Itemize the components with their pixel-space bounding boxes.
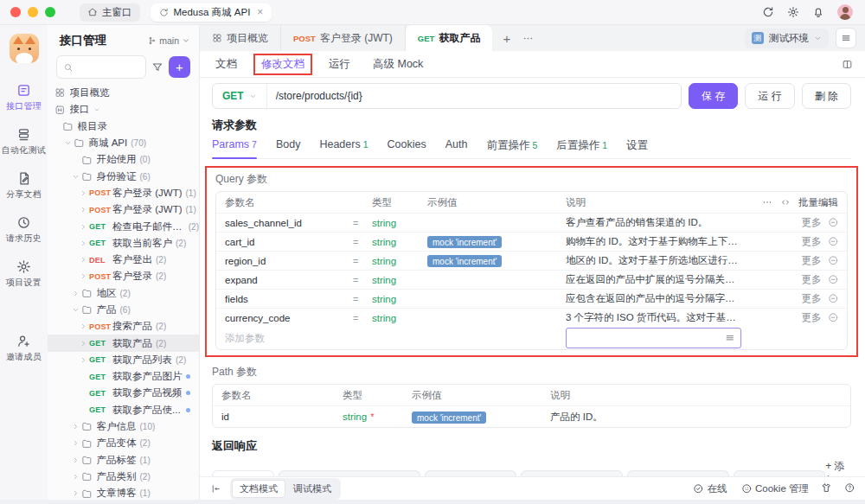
remove-param-icon[interactable]	[828, 312, 839, 323]
remove-param-icon[interactable]	[828, 255, 839, 266]
response-tab[interactable]: 客户端错误或多个错误(400)	[279, 470, 420, 476]
panel-toggle-icon[interactable]	[842, 59, 853, 70]
new-tab-button[interactable]: +	[492, 31, 521, 46]
tree-item[interactable]: POST搜索产品(2)	[48, 318, 199, 335]
param-tab-Auth[interactable]: Auth	[445, 138, 468, 153]
doc-tab-项目概览[interactable]: 项目概览	[200, 25, 281, 51]
response-tab[interactable]: 未找到错误(404)	[425, 470, 516, 476]
help-button[interactable]	[844, 481, 855, 496]
tree-item[interactable]: GET获取参产品视频	[48, 385, 199, 401]
more-button[interactable]: 更多	[802, 216, 822, 229]
remove-param-icon[interactable]	[828, 217, 839, 228]
param-tab-Params[interactable]: Params7	[212, 138, 257, 153]
more-button[interactable]: 更多	[802, 292, 822, 305]
subtab-文档[interactable]: 文档	[215, 57, 237, 72]
param-tab-后置操作[interactable]: 后置操作1	[556, 138, 607, 153]
tree-item[interactable]: GET检查电子邮件是...(2)	[48, 218, 199, 234]
url-input[interactable]	[267, 84, 681, 108]
param-tab-设置[interactable]: 设置	[626, 138, 648, 153]
remove-param-icon[interactable]	[828, 274, 839, 285]
tree-item[interactable]: 产品类别(2)	[48, 469, 199, 485]
debug-mode-button[interactable]: 调试模式	[285, 480, 339, 498]
tree-item[interactable]: POST客户登录(2)	[48, 268, 199, 284]
tree-item[interactable]: 商城 API(70)	[48, 135, 199, 151]
doc-tab-获取产品[interactable]: GET获取产品	[406, 25, 493, 51]
minimize-window-button[interactable]	[28, 7, 38, 17]
tree-item[interactable]: DEL客户登出(2)	[48, 252, 199, 268]
tree-item[interactable]: 地区(2)	[48, 285, 199, 302]
tree-item[interactable]: 客户信息(10)	[48, 418, 199, 435]
bulk-edit-button[interactable]: 批量编辑	[798, 196, 838, 209]
more-button[interactable]: 更多	[802, 273, 822, 286]
sync-icon[interactable]	[762, 6, 774, 18]
cookie-manage-button[interactable]: Cookie 管理	[741, 482, 810, 495]
tree-item[interactable]: GET获取当前客户(2)	[48, 235, 199, 252]
more-options-icon[interactable]	[762, 197, 772, 207]
close-tab-icon[interactable]: ×	[257, 6, 263, 18]
collapse-sidebar-icon[interactable]	[210, 483, 221, 494]
project-logo[interactable]	[10, 34, 39, 63]
response-tab[interactable]: 无效请求错误(422)	[627, 470, 729, 476]
tree-item[interactable]: 身份验证(6)	[48, 168, 199, 184]
rail-item-request-history[interactable]: 请求历史	[2, 215, 47, 245]
tree-item[interactable]: POST客户登录 (JWT)(1)	[48, 185, 199, 201]
tree-item[interactable]: 开始使用(0)	[48, 151, 199, 168]
param-tab-Body[interactable]: Body	[276, 138, 301, 153]
add-response-button[interactable]: + 添加	[825, 459, 851, 476]
tree-item[interactable]: GET获取产品(2)	[48, 335, 199, 351]
param-tab-Cookies[interactable]: Cookies	[388, 138, 426, 153]
code-view-icon[interactable]	[780, 197, 791, 207]
main-window-button[interactable]: 主窗口	[80, 3, 140, 22]
tree-item[interactable]: 文章博客(1)	[48, 485, 199, 500]
save-button[interactable]: 保 存	[689, 83, 738, 109]
rail-item-invite-members[interactable]: 邀请成员	[2, 334, 47, 363]
user-avatar[interactable]	[837, 4, 853, 20]
remove-param-icon[interactable]	[828, 236, 839, 247]
more-button[interactable]: 更多	[802, 235, 822, 248]
tree-item[interactable]: GET获取参产品图片	[48, 368, 199, 385]
response-tab[interactable]: 服务器错误(500)	[734, 470, 825, 476]
menu-button[interactable]	[836, 28, 856, 48]
branch-selector[interactable]: main	[148, 35, 190, 46]
subtab-修改文档[interactable]: 修改文档	[253, 54, 312, 75]
tree-item[interactable]: 产品标签(1)	[48, 452, 199, 469]
delete-button[interactable]: 删 除	[802, 83, 851, 109]
rail-item-share-docs[interactable]: 分享文档	[2, 171, 47, 201]
remove-param-icon[interactable]	[828, 293, 839, 304]
param-tab-Headers[interactable]: Headers1	[319, 138, 368, 153]
online-status[interactable]: 在线	[693, 482, 727, 495]
filter-icon[interactable]	[151, 61, 163, 73]
tree-item[interactable]: 产品(6)	[48, 302, 199, 318]
subtab-高级 Mock[interactable]: 高级 Mock	[373, 57, 423, 72]
tree-item[interactable]: 接口	[48, 101, 199, 118]
maximize-window-button[interactable]	[45, 7, 55, 17]
settings-gear-icon[interactable]	[787, 6, 799, 18]
environment-selector[interactable]: 测 测试环境	[745, 29, 829, 48]
tab-overflow-icon[interactable]	[521, 33, 535, 44]
rail-item-api-management[interactable]: 接口管理	[2, 83, 47, 112]
theme-button[interactable]	[821, 481, 832, 496]
method-select[interactable]: GET	[213, 84, 267, 108]
doc-mode-button[interactable]: 文档模式	[232, 480, 285, 498]
tree-item[interactable]: 项目概览	[48, 85, 199, 101]
add-api-button[interactable]: +	[169, 56, 190, 78]
tree-item[interactable]: GET获取参产品使...	[48, 402, 199, 418]
add-param-placeholder[interactable]: 添加参数	[225, 332, 353, 345]
doc-tab-客户登录 (JWT)[interactable]: POST客户登录 (JWT)	[281, 25, 406, 51]
notifications-bell-icon[interactable]	[812, 6, 824, 18]
subtab-运行[interactable]: 运行	[329, 57, 350, 72]
run-button[interactable]: 运 行	[745, 83, 794, 109]
tree-item[interactable]: GET获取产品列表(2)	[48, 352, 199, 368]
param-tab-前置操作[interactable]: 前置操作5	[486, 138, 537, 153]
rail-item-project-settings[interactable]: 项目设置	[2, 259, 47, 289]
response-tab[interactable]: 正常(200)	[212, 470, 274, 476]
more-button[interactable]: 更多	[802, 311, 822, 324]
close-window-button[interactable]	[10, 7, 21, 17]
tree-item[interactable]: POST客户登录 (JWT)(1)	[48, 201, 199, 218]
response-tab[interactable]: 无效状态错误(409)	[521, 470, 623, 476]
rail-item-automated-testing[interactable]: 自动化测试	[2, 127, 47, 156]
new-param-desc-input[interactable]	[566, 328, 741, 348]
project-tab[interactable]: Medusa 商城 API ×	[151, 3, 272, 22]
search-input[interactable]	[56, 55, 146, 79]
more-button[interactable]: 更多	[802, 254, 822, 267]
